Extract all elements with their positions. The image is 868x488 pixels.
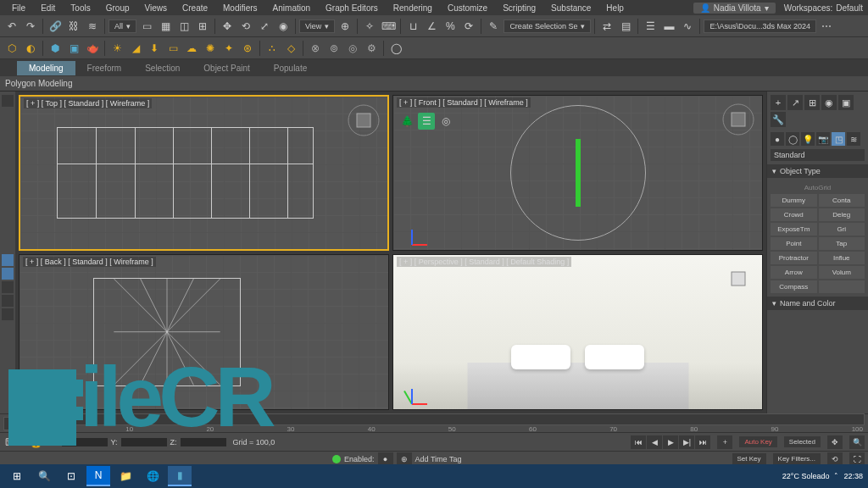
percent-snap-button[interactable]: % — [442, 18, 459, 35]
spacewarps-icon[interactable]: ≋ — [847, 132, 860, 146]
create-tab-button[interactable]: + — [771, 95, 786, 110]
name-color-rollout[interactable]: ▾ Name and Color — [767, 297, 868, 310]
space-warp-button[interactable]: ⊗ — [307, 40, 324, 57]
next-frame-button[interactable]: ▶| — [679, 435, 694, 449]
container-button[interactable]: Conta — [819, 194, 865, 207]
viewport-front[interactable]: [ + ] [ Front ] [ Standard ] [ Wireframe… — [392, 95, 763, 251]
named-selection-sets[interactable]: Create Selection Se ▾ — [504, 19, 591, 33]
search-button[interactable]: 🔍 — [32, 466, 56, 486]
angle-snap-button[interactable]: ∠ — [423, 18, 440, 35]
helpers-icon[interactable]: ◳ — [832, 132, 845, 146]
user-account[interactable]: 👤 Nadia Villota ▾ — [693, 3, 776, 14]
dummy-button[interactable]: Dummy — [771, 194, 817, 207]
select-name-button[interactable]: ▦ — [157, 18, 174, 35]
lock-button[interactable]: 🔒 — [27, 434, 44, 451]
selection-filter[interactable]: All ▾ — [108, 19, 136, 33]
move-button[interactable]: ✥ — [219, 18, 236, 35]
autogrid-checkbox[interactable]: AutoGrid — [771, 181, 865, 194]
link-button[interactable]: 🔗 — [47, 18, 64, 35]
mirror-button[interactable]: ⇄ — [598, 18, 615, 35]
goto-end-button[interactable]: ⏭ — [695, 435, 710, 449]
strip-tool-a-button[interactable] — [2, 281, 14, 293]
use-pivot-button[interactable]: ⊕ — [337, 18, 353, 35]
workspace-selector[interactable]: Workspaces: Default — [784, 3, 863, 13]
taskbar-explorer[interactable]: 📁 — [114, 466, 137, 486]
strip-display-button[interactable] — [2, 254, 14, 266]
x-field[interactable] — [62, 438, 108, 446]
tape-button[interactable]: Tap — [819, 237, 865, 250]
geometry-icon[interactable]: ● — [771, 132, 784, 146]
goto-start-button[interactable]: ⏮ — [631, 435, 646, 449]
delegate-button[interactable]: Deleg — [819, 208, 865, 221]
selected-dropdown[interactable]: Selected — [784, 436, 821, 447]
light-area-button[interactable]: ▭ — [164, 40, 181, 57]
menu-tools[interactable]: Tools — [64, 2, 97, 14]
align-button[interactable]: ▤ — [617, 18, 634, 35]
weather-widget[interactable]: 22°C Soleado — [782, 472, 830, 480]
y-field[interactable] — [121, 438, 167, 446]
arrow-button[interactable]: Arrow — [771, 266, 817, 279]
menu-views[interactable]: Views — [138, 2, 175, 14]
exposetm-button[interactable]: ExposeTm — [771, 223, 817, 236]
bind-button[interactable]: ≋ — [84, 18, 101, 35]
menu-substance[interactable]: Substance — [544, 2, 598, 14]
point-button[interactable]: Point — [771, 237, 817, 250]
select-manipulate-button[interactable]: ✧ — [361, 18, 378, 35]
nav-pan-button[interactable]: ✥ — [827, 435, 843, 449]
viewport-top-label[interactable]: [ + ] [ Top ] [ Standard ] [ Wireframe ] — [24, 98, 152, 108]
hierarchy-tab-button[interactable]: ⊞ — [804, 95, 820, 110]
settings-button[interactable]: ⚙ — [363, 40, 380, 57]
strip-layer-button[interactable] — [2, 268, 14, 280]
grid-button[interactable]: Gri — [819, 223, 865, 236]
protractor-button[interactable]: Protractor — [771, 252, 817, 264]
placement-button[interactable]: ◉ — [275, 18, 292, 35]
lights-icon[interactable]: 💡 — [801, 132, 815, 146]
rotate-button[interactable]: ⟲ — [237, 18, 254, 35]
light-distribute-button[interactable]: ⊛ — [239, 40, 256, 57]
helpers-button[interactable]: ◎ — [344, 40, 361, 57]
vp-tool-tree-icon[interactable]: 🌲 — [398, 113, 415, 130]
ribbon-tab-selection[interactable]: Selection — [133, 61, 192, 75]
viewport-back[interactable]: [ + ] [ Back ] [ Standard ] [ Wireframe … — [19, 254, 389, 410]
scale-button[interactable]: ⤢ — [256, 18, 273, 35]
utilities-tab-button[interactable]: 🔧 — [771, 112, 786, 127]
viewport-front-label[interactable]: [ + ] [ Front ] [ Standard ] [ Wireframe… — [397, 97, 531, 108]
z-field[interactable] — [181, 438, 226, 446]
spinner-snap-button[interactable]: ⟳ — [460, 18, 477, 35]
menu-customize[interactable]: Customize — [441, 2, 494, 14]
viewport-top[interactable]: [ + ] [ Top ] [ Standard ] [ Wireframe ] — [19, 95, 389, 251]
schematic-view-button[interactable]: ⬡ — [3, 40, 20, 57]
viewcube-icon[interactable] — [721, 103, 755, 136]
play-button[interactable]: ▶ — [663, 435, 678, 449]
menu-modifiers[interactable]: Modifiers — [216, 2, 264, 14]
viewport-perspective[interactable]: [ + ] [ Perspective ] [ Standard ] [ Def… — [392, 254, 763, 410]
light-spot-button[interactable]: ◢ — [127, 40, 144, 57]
modify-tab-button[interactable]: ↗ — [787, 95, 803, 110]
light-sky-button[interactable]: ☁ — [183, 40, 200, 57]
auto-key-button[interactable]: Auto Key — [739, 436, 776, 447]
ribbon-tab-modeling[interactable]: Modeling — [17, 61, 75, 75]
layer-explorer-button[interactable]: ☰ — [642, 18, 659, 35]
ribbon-tab-populate[interactable]: Populate — [262, 61, 319, 75]
key-filters-button[interactable]: Key Filters... — [773, 453, 821, 464]
nav-zoom-button[interactable]: 🔍 — [849, 435, 865, 449]
influence-button[interactable]: Influe — [819, 252, 865, 264]
viewport-persp-label[interactable]: [ + ] [ Perspective ] [ Standard ] [ Def… — [397, 257, 571, 267]
menu-scripting[interactable]: Scripting — [496, 2, 542, 14]
ribbon-tab-freeform[interactable]: Freeform — [75, 61, 134, 75]
menu-create[interactable]: Create — [175, 2, 214, 14]
redo-button[interactable]: ↷ — [22, 18, 39, 35]
volume-button[interactable]: Volum — [819, 266, 865, 279]
menu-edit[interactable]: Edit — [34, 2, 62, 14]
vp-tool-list-icon[interactable]: ☰ — [418, 113, 435, 130]
render-button[interactable]: 🫖 — [84, 40, 101, 57]
deflector-button[interactable]: ◇ — [282, 40, 299, 57]
start-button[interactable]: ⊞ — [5, 466, 29, 486]
tray-chevron-icon[interactable]: ˄ — [834, 472, 838, 480]
viewcube-icon[interactable] — [721, 262, 755, 296]
strip-expand-button[interactable] — [2, 95, 14, 107]
edit-selection-button[interactable]: ✎ — [485, 18, 502, 35]
light-sun-button[interactable]: ✺ — [202, 40, 219, 57]
undo-button[interactable]: ↶ — [3, 18, 20, 35]
render-frame-button[interactable]: ▣ — [65, 40, 82, 57]
